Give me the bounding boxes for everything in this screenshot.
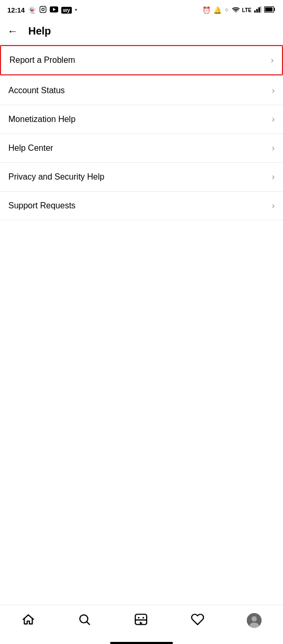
chevron-icon: ›	[272, 143, 275, 153]
menu-item-help-center[interactable]: Help Center›	[0, 134, 283, 163]
status-right: ⏰ 🔔 ⁘ LTE	[202, 5, 276, 15]
instagram-icon	[39, 6, 47, 15]
chevron-icon: ›	[272, 172, 275, 182]
reels-icon	[134, 613, 148, 628]
wy-icon: wy	[61, 7, 71, 14]
svg-point-2	[45, 7, 45, 8]
menu-label-account-status: Account Status	[8, 86, 65, 95]
menu-item-account-status[interactable]: Account Status›	[0, 76, 283, 105]
status-left: 12:14 👻 wy ·	[7, 5, 78, 15]
snapchat-icon: 👻	[28, 6, 36, 14]
page-header: ← Help	[0, 19, 283, 44]
lte-badge: LTE	[242, 7, 252, 13]
battery-icon	[264, 5, 276, 15]
nav-profile[interactable]	[241, 611, 268, 630]
status-time: 12:14	[7, 6, 25, 14]
menu-label-privacy-security: Privacy and Security Help	[8, 172, 104, 182]
search-icon	[78, 613, 91, 628]
chevron-icon: ›	[272, 201, 275, 210]
signal-dots-icon: ⁘	[224, 7, 230, 14]
svg-rect-7	[256, 9, 258, 13]
bottom-line	[110, 642, 173, 644]
menu-item-monetization-help[interactable]: Monetization Help›	[0, 105, 283, 134]
heart-icon	[191, 613, 204, 628]
menu-label-support-requests: Support Requests	[8, 201, 75, 210]
menu-label-monetization-help: Monetization Help	[8, 115, 75, 124]
svg-point-5	[235, 12, 236, 13]
svg-rect-9	[260, 6, 262, 13]
svg-rect-0	[40, 6, 46, 13]
wifi-icon	[232, 6, 240, 14]
volume-icon: 🔔	[213, 6, 222, 14]
svg-rect-8	[258, 7, 260, 13]
youtube-icon	[50, 6, 58, 14]
dot-icon: ·	[75, 5, 78, 15]
chevron-icon: ›	[272, 86, 275, 95]
menu-item-privacy-security[interactable]: Privacy and Security Help›	[0, 163, 283, 192]
alarm-icon: ⏰	[202, 6, 211, 14]
menu-item-report-problem[interactable]: Report a Problem›	[0, 45, 283, 75]
nav-search[interactable]	[71, 610, 97, 630]
svg-rect-6	[254, 10, 256, 13]
nav-home[interactable]	[15, 610, 41, 630]
bottom-nav	[0, 605, 283, 640]
svg-point-20	[252, 616, 257, 621]
svg-point-16	[143, 617, 144, 618]
menu-list: Report a Problem›Account Status›Monetiza…	[0, 44, 283, 605]
svg-line-13	[87, 622, 90, 625]
svg-rect-11	[265, 7, 273, 12]
status-bar: 12:14 👻 wy · ⏰ 🔔 ⁘	[0, 0, 283, 19]
chevron-icon: ›	[272, 115, 275, 124]
svg-point-1	[42, 8, 45, 10]
menu-item-support-requests[interactable]: Support Requests›	[0, 192, 283, 220]
menu-label-help-center: Help Center	[8, 143, 53, 153]
back-button[interactable]: ←	[7, 24, 21, 38]
page-title: Help	[28, 25, 51, 37]
home-icon	[21, 613, 35, 628]
chevron-icon: ›	[271, 55, 274, 65]
nav-likes[interactable]	[184, 610, 211, 630]
menu-label-report-problem: Report a Problem	[9, 55, 75, 65]
avatar	[247, 613, 262, 628]
signal-bars-icon	[254, 5, 262, 15]
svg-point-15	[138, 617, 139, 618]
nav-reels[interactable]	[128, 610, 154, 630]
